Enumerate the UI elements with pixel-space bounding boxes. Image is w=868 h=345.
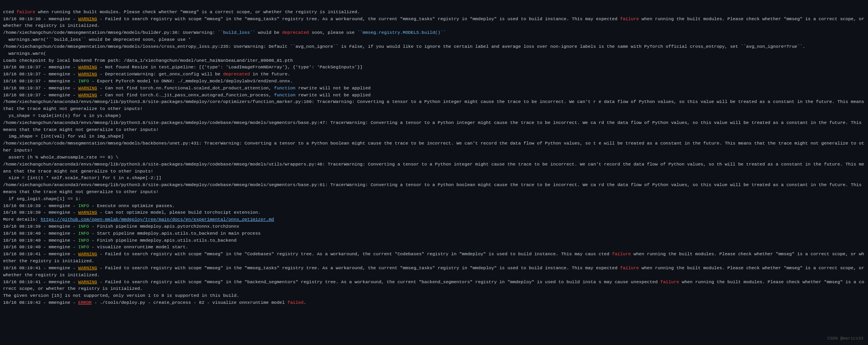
terminal-text: WARNING: [78, 210, 97, 215]
terminal-text: Loads checkpoint by local backend from p…: [3, 58, 293, 63]
terminal-text: ys_shape = tuple(int(s) for s in ys.shap…: [3, 113, 121, 118]
terminal-line: cted failure when running the built modu…: [3, 9, 865, 16]
terminal-text: /home/xiechangchun/anaconda3/envs/mmseg/…: [3, 99, 867, 111]
terminal-line: 10/16 08:19:39 - mmengine - INFO - Finis…: [3, 223, 865, 230]
terminal-text: - Failed to search registry with scope "…: [97, 279, 660, 284]
terminal-line: The given version [15] is not supported,…: [3, 292, 865, 299]
terminal-text: 10/16 08:19:37 - mmengine -: [3, 78, 78, 84]
terminal-text: /home/xiechangchun/anaconda3/envs/mmseg/…: [3, 120, 864, 132]
terminal-text: - Can not optimize model, please build t…: [97, 210, 261, 215]
terminal-line: 10/16 08:19:37 - mmengine - WARNING - Ca…: [3, 92, 865, 99]
terminal-text: WARNING: [78, 265, 97, 270]
terminal-text: ERROR: [78, 300, 92, 305]
terminal-text: failure: [660, 279, 679, 284]
terminal-text: warnings.warn('``build_loss`` would be d…: [3, 37, 191, 42]
terminal-text: - Failed to search registry with scope "…: [97, 251, 612, 256]
terminal-line: More details: https://github.com/open-mm…: [3, 216, 865, 223]
terminal-text: cted: [3, 9, 17, 14]
terminal-text: in the future.: [250, 71, 290, 77]
terminal-line: 10/16 08:19:39 - mmengine - INFO - Execu…: [3, 202, 865, 209]
terminal-text: soon, please use: [309, 30, 357, 35]
terminal-text: deprecated: [223, 71, 250, 77]
terminal-line: 10/16 08:19:37 - mmengine - WARNING - Ca…: [3, 85, 865, 92]
terminal-line: Loads checkpoint by local backend from p…: [3, 57, 865, 64]
terminal-text: - Start pipeline mmdeploy.apis.utils.to_…: [89, 231, 261, 236]
terminal-text: 10/16 08:19:39 - mmengine -: [3, 210, 78, 215]
terminal-line: if seg_logit.shape[1] == 1:: [3, 195, 865, 202]
terminal-text: rewrite will not be applied: [295, 92, 370, 98]
terminal-line: img_shape = [int(val) for val in img_sha…: [3, 133, 865, 140]
terminal-text: INFO: [78, 231, 89, 236]
terminal-text: INFO: [78, 238, 89, 243]
terminal-line: warnings.warn('``build_loss`` would be d…: [3, 36, 865, 43]
terminal-text: WARNING: [78, 279, 97, 284]
terminal-text: assert (h % whole_downsample_rate == 0) …: [3, 155, 119, 160]
terminal-text: 10/16 08:19:39 - mmengine -: [3, 224, 78, 229]
terminal-text: 10/16 08:19:40 - mmengine -: [3, 238, 78, 243]
terminal-line: /home/xiechangchun/code/mmsegmentation/m…: [3, 29, 865, 36]
terminal-text: INFO: [78, 244, 89, 249]
terminal-text: 10/16 08:19:40 - mmengine -: [3, 244, 78, 249]
terminal-text: /home/xiechangchun/code/mmsegmentation/m…: [3, 141, 864, 153]
terminal-text: failed: [288, 300, 304, 305]
terminal-text: deprecated: [282, 30, 309, 35]
terminal-text: would be: [255, 30, 282, 35]
terminal-line: warnings.warn(: [3, 50, 865, 57]
terminal-text: - Not found Resize in test_pipeline: [{'…: [97, 64, 363, 70]
terminal-text: WARNING: [78, 71, 97, 77]
terminal-text: 10/16 08:19:30 - mmengine -: [3, 16, 78, 21]
terminal-text: size = [int(t * self.scale_factor) for t…: [3, 175, 161, 180]
terminal-line: 10/16 08:19:40 - mmengine - INFO - Start…: [3, 230, 865, 237]
terminal-text: /home/xiechangchun/anaconda3/envs/mmseg/…: [3, 162, 864, 174]
terminal-text: when running the built modules. Please c…: [35, 9, 360, 14]
terminal-line: 10/16 08:19:42 - mmengine - ERROR - ./to…: [3, 299, 865, 306]
terminal-line: 10/16 08:19:39 - mmengine - WARNING - Ca…: [3, 209, 865, 216]
terminal-text: function: [274, 85, 295, 91]
terminal-line: 10/16 08:19:30 - mmengine - WARNING - Fa…: [3, 16, 865, 30]
terminal-line: /home/xiechangchun/code/mmsegmentation/m…: [3, 140, 865, 154]
terminal-output: cted failure when running the built modu…: [3, 2, 865, 306]
terminal-text: img_shape = [int(val) for val in img_sha…: [3, 134, 124, 139]
terminal-text: - Finish pipeline mmdeploy.apis.utils.ut…: [89, 238, 237, 243]
terminal-line: 10/16 08:19:41 - mmengine - WARNING - Fa…: [3, 279, 865, 293]
terminal-text: - ./tools/deploy.py - create_process - 8…: [92, 300, 288, 305]
terminal-text: - Can not find torch.C._jit_pass_onnx_au…: [97, 92, 274, 98]
terminal-text: rewrite will not be applied: [295, 85, 370, 91]
terminal-line: /home/xiechangchun/anaconda3/envs/mmseg/…: [3, 98, 865, 112]
terminal-text: failure: [620, 265, 639, 270]
terminal-line: /home/xiechangchun/anaconda3/envs/mmseg/…: [3, 119, 865, 133]
terminal-text: failure: [17, 9, 35, 14]
terminal-text: INFO: [78, 203, 89, 208]
terminal-line: 10/16 08:19:37 - mmengine - WARNING - No…: [3, 64, 865, 71]
terminal-text: 10/16 08:19:41 - mmengine -: [3, 251, 78, 256]
terminal-text: 10/16 08:19:42 - mmengine -: [3, 300, 78, 305]
terminal-text: - Failed to search registry with scope "…: [97, 16, 620, 21]
terminal-text: - Failed to search registry with scope "…: [97, 265, 620, 270]
terminal-text: INFO: [78, 78, 89, 84]
terminal-text: 10/16 08:19:39 - mmengine -: [3, 203, 78, 208]
terminal-text: 10/16 08:19:41 - mmengine -: [3, 265, 78, 270]
terminal-text: failure: [612, 251, 631, 256]
terminal-text: 10/16 08:19:37 - mmengine -: [3, 71, 78, 77]
terminal-text: 10/16 08:19:37 - mmengine -: [3, 92, 78, 98]
terminal-text: More details:: [3, 217, 41, 222]
terminal-text: The given version [15] is not supported,…: [3, 293, 239, 298]
terminal-line: 10/16 08:19:40 - mmengine - INFO - Finis…: [3, 237, 865, 244]
terminal-line: ys_shape = tuple(int(s) for s in ys.shap…: [3, 112, 865, 119]
terminal-text: ``mmseg.registry.MODELS.build()``: [357, 30, 446, 35]
terminal-line: /home/xiechangchun/anaconda3/envs/mmseg/…: [3, 181, 865, 195]
terminal-text: 10/16 08:19:41 - mmengine -: [3, 279, 78, 284]
terminal-line: /home/xiechangchun/code/mmsegmentation/m…: [3, 43, 865, 50]
terminal-line: size = [int(t * self.scale_factor) for t…: [3, 174, 865, 181]
terminal-text: WARNING: [78, 85, 97, 91]
terminal-line: 10/16 08:19:41 - mmengine - WARNING - Fa…: [3, 251, 865, 265]
terminal-text: INFO: [78, 224, 89, 229]
terminal-text: - Export PyTorch model to ONNX: ./_mmdep…: [89, 78, 293, 84]
terminal-text: /home/xiechangchun/anaconda3/envs/mmseg/…: [3, 182, 864, 194]
terminal-text: /home/xiechangchun/code/mmsegmentation/m…: [3, 44, 805, 49]
terminal-line: 10/16 08:19:41 - mmengine - WARNING - Fa…: [3, 265, 865, 279]
terminal-line: 10/16 08:19:40 - mmengine - INFO - visua…: [3, 244, 865, 251]
terminal-text: - Execute onnx optimize passes.: [89, 203, 175, 208]
terminal-line: 10/16 08:19:37 - mmengine - INFO - Expor…: [3, 78, 865, 85]
terminal-text: .: [304, 300, 306, 305]
